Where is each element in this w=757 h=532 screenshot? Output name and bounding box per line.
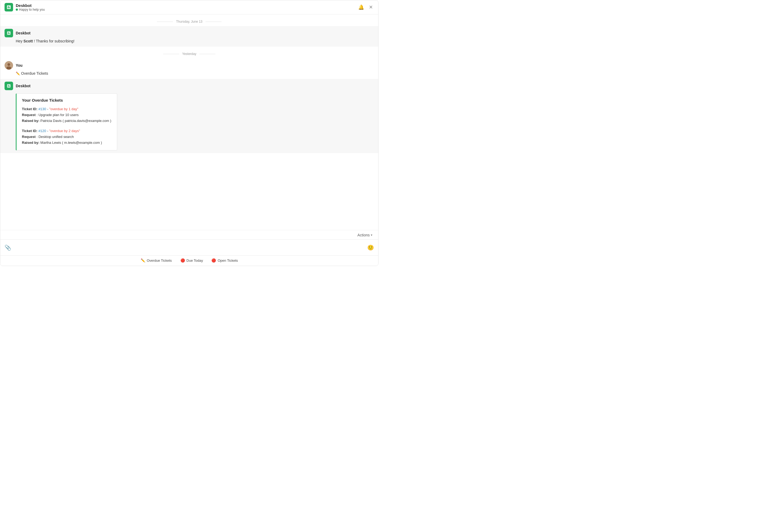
user-message-body: ✏️ Overdue Tickets	[16, 71, 374, 76]
bell-icon: 🔔	[358, 4, 364, 10]
svg-point-3	[8, 63, 10, 66]
raised-by-label-2: Raised by:	[22, 141, 40, 145]
status-text: Happy to help you	[19, 8, 45, 12]
actions-chevron-icon: ▾	[371, 233, 372, 237]
bot-status: Happy to help you	[16, 8, 45, 12]
request-label-1: Request	[22, 113, 36, 117]
bot-greeting-body: Hey Scott ! Thanks for subscribing!	[16, 39, 374, 44]
chat-area: Thursday, June 13 Deskbot Hey Scott ! Th…	[0, 15, 378, 230]
attach-icon: 📎	[5, 245, 11, 251]
close-icon: ✕	[369, 4, 373, 10]
sender-name-deskbot1: Deskbot	[16, 31, 30, 35]
emoji-button[interactable]: 🙂	[366, 243, 375, 252]
attach-button[interactable]: 📎	[4, 243, 12, 252]
ticket-id-link-130[interactable]: #130	[39, 107, 46, 111]
open-icon: 🔴	[211, 258, 216, 262]
ticket-id-label-2: Ticket ID:	[22, 129, 39, 133]
pencil-icon: ✏️	[16, 71, 20, 76]
request-value-1: Upgrade plan for 10 users	[39, 113, 78, 117]
date-text-yesterday: Yesterday	[182, 52, 197, 56]
date-divider-thursday: Thursday, June 13	[0, 15, 378, 26]
open-label: Open Tickets	[218, 258, 238, 262]
due-today-icon: 🔴	[180, 258, 185, 262]
quick-action-overdue[interactable]: ✏️ Overdue Tickets	[141, 258, 172, 262]
ticket-id-link-120[interactable]: #120	[39, 129, 46, 133]
input-area: 📎 🙂	[0, 239, 378, 255]
raised-by-label-1: Raised by:	[22, 119, 40, 123]
overdue-text-120: "overdue by 2 days"	[49, 129, 80, 133]
message-input[interactable]	[15, 243, 364, 252]
date-text-thursday: Thursday, June 13	[176, 20, 202, 23]
date-divider-yesterday: Yesterday	[0, 47, 378, 58]
header-left: Deskbot Happy to help you	[5, 3, 45, 12]
bot-message-greeting: Deskbot Hey Scott ! Thanks for subscribi…	[0, 26, 378, 47]
sender-name-you: You	[16, 63, 22, 68]
bot-logo	[5, 3, 13, 12]
user-msg-text: ✏️ Overdue Tickets	[16, 71, 374, 76]
overdue-text-130: "overdue by 1 day"	[49, 107, 78, 111]
overdue-icon: ✏️	[141, 258, 145, 262]
actions-label: Actions	[357, 233, 370, 237]
actions-button[interactable]: Actions ▾	[356, 232, 374, 238]
raised-by-value-1: Patricia Davis ( patricia.davis@example.…	[40, 119, 111, 123]
request-label-2: Request	[22, 135, 36, 139]
bot-message-header2: Deskbot	[5, 82, 374, 90]
ticket-card-title: Your Overdue Tickets	[22, 98, 111, 103]
due-today-label: Due Today	[187, 258, 203, 262]
status-dot	[16, 9, 18, 11]
bottom-bar: ✏️ Overdue Tickets 🔴 Due Today 🔴 Open Ti…	[0, 255, 378, 266]
user-message-overdue: You ✏️ Overdue Tickets	[0, 58, 378, 79]
header: Deskbot Happy to help you 🔔 ✕	[0, 0, 378, 15]
username-scott: Scott	[23, 39, 33, 43]
bot-avatar2	[5, 82, 13, 90]
emoji-icon: 🙂	[367, 245, 374, 251]
user-avatar	[5, 61, 13, 70]
quick-action-open[interactable]: 🔴 Open Tickets	[211, 258, 238, 262]
bell-button[interactable]: 🔔	[357, 3, 365, 11]
overdue-label: Overdue Tickets	[147, 258, 172, 262]
svg-point-4	[6, 67, 11, 70]
user-msg-label: Overdue Tickets	[21, 71, 48, 76]
quick-action-due-today[interactable]: 🔴 Due Today	[180, 258, 203, 262]
request-value-2: Desktop unified search	[39, 135, 74, 139]
bot-name: Deskbot	[16, 3, 45, 8]
sender-name-deskbot2: Deskbot	[16, 84, 30, 88]
close-button[interactable]: ✕	[368, 3, 374, 11]
header-actions: 🔔 ✕	[357, 3, 374, 11]
header-info: Deskbot Happy to help you	[16, 3, 45, 12]
ticket-id-label-1: Ticket ID:	[22, 107, 39, 111]
bot-message-header: Deskbot	[5, 29, 374, 37]
raised-by-value-2: Martha Lewis ( m.lewis@example.com )	[40, 141, 102, 145]
ticket-card: Your Overdue Tickets Ticket ID: #130 - "…	[16, 93, 117, 151]
user-message-header: You	[5, 61, 374, 70]
actions-row: Actions ▾	[0, 230, 378, 239]
ticket-entry-130: Ticket ID: #130 - "overdue by 1 day" Req…	[22, 106, 111, 124]
ticket-entry-120: Ticket ID: #120 - "overdue by 2 days" Re…	[22, 128, 111, 146]
bot-avatar	[5, 29, 13, 37]
bot-message-tickets: Deskbot Your Overdue Tickets Ticket ID: …	[0, 79, 378, 153]
